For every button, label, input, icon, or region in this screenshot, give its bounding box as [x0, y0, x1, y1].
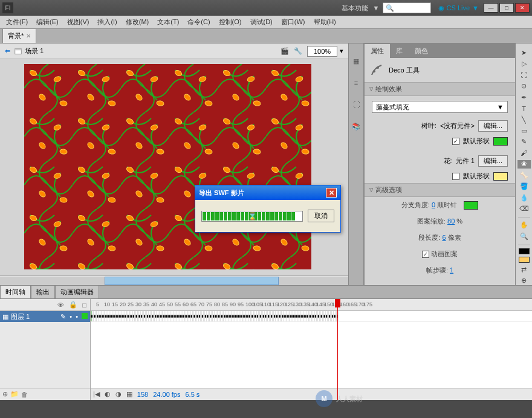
hand-tool-icon[interactable]: ✋ — [517, 221, 531, 230]
flower-color-swatch[interactable] — [493, 172, 508, 181]
svg-rect-6 — [24, 64, 311, 269]
canvas[interactable] — [24, 64, 311, 269]
hourglass-icon: ⌛ — [248, 212, 257, 220]
tab-library[interactable]: 库 — [390, 44, 409, 58]
brush-tool-icon[interactable]: 🖌 — [517, 149, 531, 157]
pen-tool-icon[interactable]: ✒ — [517, 93, 531, 101]
new-layer-icon[interactable]: ⊕ — [2, 390, 8, 398]
stage-viewport[interactable] — [0, 59, 348, 275]
rewind-icon[interactable]: |◀ — [93, 390, 100, 398]
menu-text[interactable]: 文本(T) — [154, 16, 183, 28]
section-advanced[interactable]: ▽高级选项 — [365, 183, 515, 197]
edit-scene-icon[interactable]: 🎬 — [281, 47, 289, 55]
frames-column[interactable]: 5101520253035404550556065707580859095100… — [91, 299, 532, 400]
fill-color-swatch[interactable] — [519, 257, 530, 263]
align-panel-icon[interactable]: ▦ — [351, 56, 362, 66]
pattern-scale-value[interactable]: 80 — [447, 217, 455, 225]
text-tool-icon[interactable]: T — [517, 104, 531, 112]
selection-tool-icon[interactable]: ➤ — [517, 48, 531, 57]
lock-icon[interactable]: 🔒 — [69, 301, 77, 309]
document-tab[interactable]: 背景* ✕ — [2, 28, 36, 43]
animate-checkbox[interactable]: ✓ — [422, 251, 429, 258]
flower-edit-button[interactable]: 编辑... — [478, 155, 508, 167]
playhead[interactable] — [337, 299, 338, 400]
menu-view[interactable]: 视图(V) — [63, 16, 93, 28]
dialog-titlebar[interactable]: 导出 SWF 影片 ✕ — [195, 185, 340, 200]
deco-tool-icon — [369, 63, 384, 77]
pencil-tool-icon[interactable]: ✎ — [517, 138, 531, 146]
eraser-tool-icon[interactable]: ⌫ — [517, 205, 531, 213]
tab-output[interactable]: 输出 — [31, 285, 55, 298]
chevron-down-icon[interactable]: ▼ — [373, 4, 380, 11]
frame-row[interactable] — [91, 311, 532, 322]
menu-modify[interactable]: 修改(M) — [122, 16, 153, 28]
stroke-color-swatch[interactable] — [519, 248, 530, 254]
delete-layer-icon[interactable]: 🗑 — [21, 391, 28, 398]
paint-bucket-tool-icon[interactable]: 🪣 — [517, 182, 531, 191]
menu-file[interactable]: 文件(F) — [2, 16, 31, 28]
library-panel-icon[interactable]: 📚 — [351, 121, 362, 132]
edit-symbol-icon[interactable]: 🔧 — [294, 47, 302, 55]
minimize-button[interactable]: — — [484, 3, 498, 13]
cancel-button[interactable]: 取消 — [308, 210, 334, 222]
frame-ruler[interactable]: 5101520253035404550556065707580859095100… — [91, 299, 532, 311]
layer-row[interactable]: ▦ 图层 1 ✎•• — [0, 311, 90, 322]
rectangle-tool-icon[interactable]: ▭ — [517, 126, 531, 135]
swap-colors-icon[interactable]: ⇄ — [517, 265, 531, 274]
frame-step-value[interactable]: 1 — [450, 266, 453, 274]
leaf-color-swatch[interactable] — [493, 137, 508, 146]
tab-properties[interactable]: 属性 — [365, 44, 390, 58]
free-transform-tool-icon[interactable]: ⛶ — [517, 71, 531, 79]
new-folder-icon[interactable]: 📁 — [10, 390, 19, 398]
menu-help[interactable]: 帮助(H) — [310, 16, 340, 28]
flower-default-checkbox[interactable] — [452, 173, 459, 180]
scrollbar-thumb[interactable] — [105, 277, 279, 285]
fill-type-dropdown[interactable]: 藤蔓式填充▼ — [372, 101, 508, 113]
branch-angle-label: 分支角度: — [401, 201, 430, 208]
tab-timeline[interactable]: 时间轴 — [0, 285, 31, 298]
leaf-edit-button[interactable]: 编辑... — [478, 120, 508, 132]
line-tool-icon[interactable]: ╲ — [517, 115, 531, 124]
back-icon[interactable]: ⇐ — [5, 47, 10, 55]
menu-insert[interactable]: 插入(I) — [94, 16, 120, 28]
lasso-tool-icon[interactable]: ⊙ — [517, 82, 531, 90]
onion-skin-outline-icon[interactable]: ◑ — [115, 390, 122, 398]
visibility-icon[interactable]: 👁 — [57, 301, 64, 309]
tab-motion-editor[interactable]: 动画编辑器 — [55, 285, 99, 298]
maximize-button[interactable]: □ — [499, 3, 514, 13]
outline-icon[interactable]: □ — [82, 301, 86, 309]
scene-name[interactable]: 场景 1 — [25, 47, 44, 56]
branch-angle-value[interactable]: 0 — [432, 201, 435, 208]
dialog-close-button[interactable]: ✕ — [326, 188, 337, 198]
chevron-down-icon[interactable]: ▾ — [340, 47, 343, 55]
leaf-default-checkbox[interactable]: ✓ — [452, 138, 459, 145]
tab-color[interactable]: 颜色 — [409, 44, 434, 58]
zoom-tool-icon[interactable]: 🔍 — [517, 232, 531, 240]
bone-tool-icon[interactable]: 🦴 — [517, 171, 531, 179]
deco-tool-icon[interactable]: ❀ — [517, 160, 531, 169]
cslive-button[interactable]: ◉ CS Live ▼ — [438, 4, 479, 12]
section-draw-effect[interactable]: ▽绘制效果 — [365, 82, 515, 96]
search-input[interactable]: 🔍 — [383, 2, 431, 13]
transform-panel-icon[interactable]: ⛶ — [351, 99, 362, 110]
layer-name[interactable]: 图层 1 — [11, 312, 30, 321]
info-panel-icon[interactable]: ≡ — [351, 77, 362, 88]
snap-icon[interactable]: ⊕ — [517, 277, 531, 285]
eyedropper-tool-icon[interactable]: 💧 — [517, 193, 531, 202]
seg-length-value[interactable]: 6 — [442, 234, 446, 241]
horizontal-scrollbar[interactable] — [0, 275, 348, 285]
subselection-tool-icon[interactable]: ▷ — [517, 59, 531, 68]
edit-multiple-icon[interactable]: ▦ — [126, 390, 132, 398]
menu-control[interactable]: 控制(O) — [215, 16, 245, 28]
branch-color-swatch[interactable] — [464, 201, 478, 210]
onion-skin-icon[interactable]: ◐ — [105, 390, 111, 398]
menu-edit[interactable]: 编辑(E) — [33, 16, 62, 28]
export-dialog: 导出 SWF 影片 ✕ ⌛ 取消 — [195, 185, 341, 233]
menu-commands[interactable]: 命令(C) — [184, 16, 213, 28]
workspace-selector[interactable]: 基本功能 — [342, 4, 368, 13]
menu-debug[interactable]: 调试(D) — [247, 16, 276, 28]
close-button[interactable]: ✕ — [515, 3, 530, 13]
zoom-input[interactable] — [307, 46, 337, 57]
close-icon[interactable]: ✕ — [26, 33, 31, 39]
menu-window[interactable]: 窗口(W) — [277, 16, 309, 28]
